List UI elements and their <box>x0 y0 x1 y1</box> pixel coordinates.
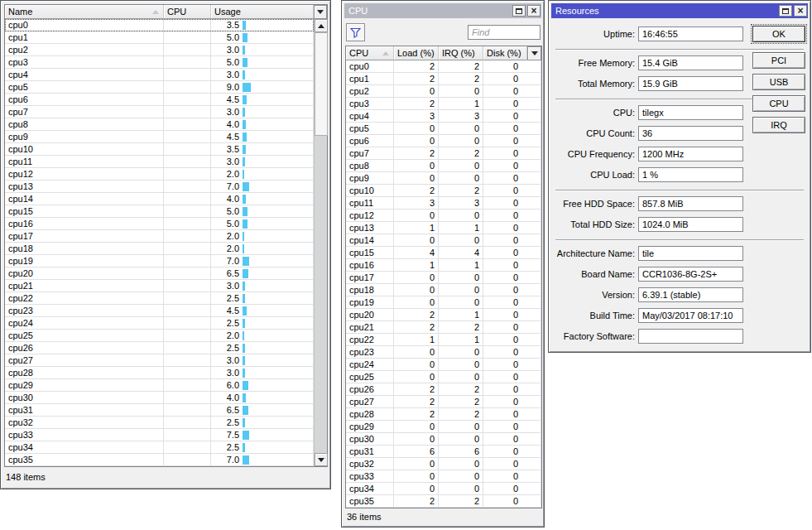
maximize-button[interactable] <box>779 5 792 17</box>
scroll-down-button[interactable] <box>315 453 328 466</box>
table-row[interactable]: cpu21220 <box>346 321 541 334</box>
scrollbar-thumb[interactable] <box>315 32 328 136</box>
column-header-usage[interactable]: Usage <box>211 5 314 19</box>
table-row[interactable]: cpu35.0 <box>5 56 314 69</box>
table-row[interactable]: cpu322.5 <box>5 417 314 429</box>
table-row[interactable]: cpu22110 <box>346 334 541 346</box>
column-select-button[interactable] <box>527 46 541 60</box>
table-row[interactable]: cpu304.0 <box>5 392 314 404</box>
table-row[interactable]: cpu64.5 <box>5 94 314 106</box>
table-row[interactable]: cpu273.0 <box>5 354 314 367</box>
ok-button[interactable]: OK <box>752 26 805 42</box>
table-row[interactable]: cpu0220 <box>346 60 541 73</box>
table-row[interactable]: cpu357.0 <box>5 454 314 466</box>
table-row[interactable]: cpu23000 <box>346 346 541 359</box>
table-row[interactable]: cpu316.5 <box>5 404 314 417</box>
vertical-scrollbar[interactable] <box>314 19 327 466</box>
table-row[interactable]: cpu10220 <box>346 185 541 197</box>
field-version[interactable]: 6.39.1 (stable) <box>638 287 743 302</box>
table-row[interactable]: cpu2000 <box>346 85 541 98</box>
cpu-button[interactable]: CPU <box>752 95 805 112</box>
table-row[interactable]: cpu14000 <box>346 234 541 247</box>
table-row[interactable]: cpu103.5 <box>5 143 314 156</box>
table-row[interactable]: cpu13110 <box>346 222 541 234</box>
table-row[interactable]: cpu113.0 <box>5 156 314 168</box>
table-row[interactable]: cpu15.0 <box>5 31 314 44</box>
table-row[interactable]: cpu342.5 <box>5 441 314 454</box>
column-header-cpu[interactable]: CPU <box>164 5 211 19</box>
field-total-memory[interactable]: 15.9 GiB <box>638 76 743 91</box>
table-row[interactable]: cpu7220 <box>346 147 541 160</box>
scroll-up-button[interactable] <box>315 19 328 32</box>
table-row[interactable]: cpu28220 <box>346 408 541 421</box>
table-row[interactable]: cpu03.5 <box>5 19 314 31</box>
table-row[interactable]: cpu296.0 <box>5 379 314 392</box>
field-cpu-load[interactable]: 1 % <box>638 167 743 182</box>
table-row[interactable]: cpu3210 <box>346 98 541 110</box>
field-board-name[interactable]: CCR1036-8G-2S+ <box>638 267 743 282</box>
table-row[interactable]: cpu252.0 <box>5 330 314 342</box>
field-cpu[interactable]: tilegx <box>638 105 743 120</box>
column-header-load[interactable]: Load (%) <box>394 46 439 60</box>
table-row[interactable]: cpu17000 <box>346 272 541 284</box>
table-row[interactable]: cpu155.0 <box>5 205 314 218</box>
table-row[interactable]: cpu19000 <box>346 296 541 309</box>
table-row[interactable]: cpu137.0 <box>5 181 314 193</box>
table-row[interactable]: cpu213.0 <box>5 280 314 292</box>
field-free-hdd-space[interactable]: 857.8 MiB <box>638 196 743 211</box>
table-row[interactable]: cpu172.0 <box>5 230 314 243</box>
table-row[interactable]: cpu234.5 <box>5 305 314 317</box>
pci-button[interactable]: PCI <box>752 52 805 69</box>
table-row[interactable]: cpu84.0 <box>5 118 314 131</box>
title-bar[interactable]: CPU × <box>344 3 541 18</box>
table-row[interactable]: cpu11330 <box>346 197 541 210</box>
column-header-irq[interactable]: IRQ (%) <box>439 46 483 60</box>
table-row[interactable]: cpu24000 <box>346 359 541 371</box>
table-row[interactable]: cpu23.0 <box>5 44 314 56</box>
column-header-name[interactable]: Name <box>5 5 164 19</box>
table-row[interactable]: cpu20210 <box>346 309 541 321</box>
table-row[interactable]: cpu43.0 <box>5 69 314 81</box>
find-input[interactable] <box>468 25 541 40</box>
table-row[interactable]: cpu34000 <box>346 483 541 495</box>
table-row[interactable]: cpu27220 <box>346 396 541 408</box>
column-select-button[interactable] <box>314 5 327 19</box>
table-row[interactable]: cpu242.5 <box>5 317 314 330</box>
table-row[interactable]: cpu9000 <box>346 172 541 185</box>
table-row[interactable]: cpu222.5 <box>5 292 314 305</box>
table-row[interactable]: cpu262.5 <box>5 342 314 354</box>
table-row[interactable]: cpu5000 <box>346 123 541 135</box>
field-cpu-count[interactable]: 36 <box>638 126 743 141</box>
table-row[interactable]: cpu32000 <box>346 458 541 470</box>
table-row[interactable]: cpu182.0 <box>5 243 314 255</box>
irq-button[interactable]: IRQ <box>752 117 805 133</box>
table-row[interactable]: cpu31660 <box>346 446 541 458</box>
table-row[interactable]: cpu59.0 <box>5 81 314 94</box>
table-row[interactable]: cpu35220 <box>346 495 541 508</box>
table-row[interactable]: cpu8000 <box>346 160 541 172</box>
field-total-hdd-size[interactable]: 1024.0 MiB <box>638 217 743 232</box>
table-row[interactable]: cpu197.0 <box>5 255 314 267</box>
table-row[interactable]: cpu30000 <box>346 433 541 446</box>
table-row[interactable]: cpu1220 <box>346 73 541 85</box>
table-row[interactable]: cpu165.0 <box>5 218 314 230</box>
table-row[interactable]: cpu18000 <box>346 284 541 296</box>
table-row[interactable]: cpu16110 <box>346 259 541 272</box>
title-bar[interactable]: Resources × <box>551 3 808 18</box>
table-row[interactable]: cpu25000 <box>346 371 541 383</box>
field-free-memory[interactable]: 15.4 GiB <box>638 55 743 70</box>
table-row[interactable]: cpu6000 <box>346 135 541 147</box>
column-header-disk[interactable]: Disk (%) <box>483 46 527 60</box>
usb-button[interactable]: USB <box>752 74 805 90</box>
field-factory-software[interactable] <box>638 329 743 344</box>
table-row[interactable]: cpu33000 <box>346 470 541 483</box>
table-row[interactable]: cpu283.0 <box>5 367 314 379</box>
field-architecture-name[interactable]: tile <box>638 246 743 261</box>
table-row[interactable]: cpu73.0 <box>5 106 314 118</box>
column-header-cpu[interactable]: CPU <box>346 46 394 60</box>
table-row[interactable]: cpu144.0 <box>5 193 314 205</box>
table-row[interactable]: cpu94.5 <box>5 131 314 143</box>
close-button[interactable]: × <box>527 5 541 17</box>
maximize-button[interactable] <box>512 5 526 17</box>
table-row[interactable]: cpu12000 <box>346 210 541 222</box>
